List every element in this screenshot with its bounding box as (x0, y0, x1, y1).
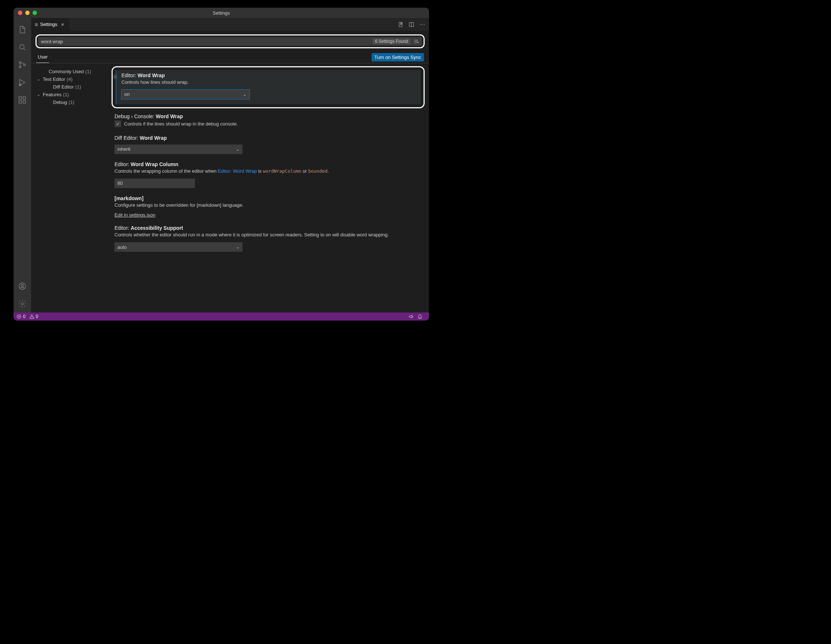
body-row: ≡ Settings × ··· (14, 18, 429, 312)
accounts-icon[interactable] (14, 277, 31, 295)
setting-description: Controls how lines should wrap. (121, 79, 417, 86)
diff-editor-wrap-select[interactable]: inherit ⌄ (115, 145, 242, 154)
setting-title: [markdown] (115, 195, 423, 201)
titlebar: Settings (14, 8, 429, 18)
settings-found-badge: 6 Settings Found (373, 38, 411, 44)
settings-search-row: 6 Settings Found (38, 37, 422, 46)
tab-label: Settings (40, 22, 57, 27)
status-notifications[interactable] (417, 314, 422, 319)
svg-point-3 (24, 64, 25, 66)
settings-scope-row: User Turn on Settings Sync (31, 52, 429, 63)
toc-diff-editor[interactable]: Diff Editor (1) (42, 83, 109, 91)
warning-icon (29, 314, 34, 319)
app-window: Settings (14, 8, 429, 320)
setting-word-wrap-column: Editor: Word Wrap Column Controls the wr… (109, 159, 427, 193)
search-icon[interactable] (14, 38, 31, 56)
editor-area: ≡ Settings × ··· (31, 18, 429, 312)
tab-settings[interactable]: ≡ Settings × (31, 18, 70, 31)
setting-description: Controls whether the editor should run i… (115, 232, 423, 239)
svg-point-11 (21, 303, 24, 305)
svg-rect-7 (23, 100, 25, 103)
status-feedback[interactable] (409, 314, 414, 319)
setting-accessibility-support: Editor: Accessibility Support Controls w… (109, 223, 427, 257)
settings-search-input[interactable] (41, 39, 373, 44)
setting-debug-console-word-wrap: Debug › Console: Word Wrap ✓ Controls if… (109, 111, 427, 133)
status-errors[interactable]: 0 (16, 314, 25, 319)
svg-rect-5 (19, 97, 22, 99)
settings-toc: Commonly Used (1) ⌄ Text Editor (4) Diff… (33, 66, 109, 312)
setting-description: Controls if the lines should wrap in the… (124, 121, 238, 128)
manage-gear-icon[interactable] (14, 295, 31, 312)
svg-rect-6 (19, 100, 22, 103)
source-control-icon[interactable] (14, 56, 31, 73)
filter-icon[interactable] (413, 38, 419, 44)
setting-title: Debug › Console: Word Wrap (115, 113, 423, 119)
word-wrap-select[interactable]: on ⌄ (121, 90, 250, 99)
list-icon: ≡ (35, 21, 38, 27)
error-icon (16, 314, 22, 319)
setting-title: Diff Editor: Word Wrap (115, 135, 423, 141)
run-debug-icon[interactable] (14, 73, 31, 91)
minimize-window-button[interactable] (25, 11, 30, 15)
setting-title: Editor: Word Wrap (121, 72, 417, 78)
svg-point-13 (114, 76, 116, 78)
explorer-icon[interactable] (14, 21, 31, 38)
setting-description: Controls the wrapping column of the edit… (115, 168, 423, 175)
status-warnings[interactable]: 0 (29, 314, 38, 319)
setting-markdown-language: [markdown] Configure settings to be over… (109, 193, 427, 223)
open-settings-json-icon[interactable] (398, 22, 403, 27)
setting-editor-word-wrap: Editor: Word Wrap Controls how lines sho… (116, 70, 420, 104)
scope-user-tab[interactable]: User (36, 52, 49, 63)
window-controls (18, 11, 37, 15)
chevron-down-icon: ⌄ (243, 92, 247, 97)
close-window-button[interactable] (18, 11, 22, 15)
settings-columns: Commonly Used (1) ⌄ Text Editor (4) Diff… (31, 63, 429, 312)
chevron-down-icon: ⌄ (37, 92, 41, 97)
svg-point-2 (19, 66, 21, 68)
setting-title: Editor: Accessibility Support (115, 225, 423, 231)
split-editor-icon[interactable] (409, 22, 414, 27)
tabbar: ≡ Settings × ··· (31, 18, 429, 31)
toc-features[interactable]: ⌄ Features (1) (42, 91, 109, 99)
chevron-down-icon: ⌄ (236, 244, 240, 250)
editor-word-wrap-link[interactable]: Editor: Word Wrap (218, 168, 257, 174)
toc-text-editor[interactable]: ⌄ Text Editor (4) (42, 75, 109, 83)
accessibility-support-select[interactable]: auto ⌄ (115, 242, 242, 252)
tabbar-actions: ··· (398, 18, 429, 31)
bell-icon (417, 314, 422, 319)
settings-sync-button[interactable]: Turn on Settings Sync (372, 53, 424, 62)
toc-debug[interactable]: Debug (1) (42, 99, 109, 106)
statusbar: 0 0 (14, 312, 429, 320)
extensions-icon[interactable] (14, 91, 31, 109)
edit-in-settings-json-link[interactable]: Edit in settings.json (115, 212, 156, 218)
svg-rect-8 (23, 97, 25, 99)
settings-editor: 6 Settings Found User Turn on Settings S… (31, 31, 429, 312)
window-title: Settings (213, 10, 230, 16)
debug-console-wrap-checkbox[interactable]: ✓ (115, 120, 121, 127)
svg-point-0 (20, 45, 24, 49)
setting-title: Editor: Word Wrap Column (115, 161, 423, 167)
word-wrap-column-input[interactable] (115, 179, 195, 188)
settings-list[interactable]: Editor: Word Wrap Controls how lines sho… (109, 66, 427, 312)
chevron-down-icon: ⌄ (37, 77, 41, 81)
more-actions-icon[interactable]: ··· (420, 21, 425, 28)
setting-gear-icon[interactable] (112, 74, 118, 81)
svg-point-1 (19, 62, 21, 64)
close-tab-icon[interactable]: × (60, 21, 66, 27)
svg-point-10 (21, 284, 24, 287)
chevron-down-icon: ⌄ (236, 147, 240, 152)
setting-description: Configure settings to be overridden for … (115, 202, 423, 209)
setting-highlight-box: Editor: Word Wrap Controls how lines sho… (111, 66, 425, 108)
toc-commonly-used[interactable]: Commonly Used (1) (42, 68, 109, 75)
setting-diff-editor-word-wrap: Diff Editor: Word Wrap inherit ⌄ (109, 133, 427, 159)
search-highlight-box: 6 Settings Found (35, 34, 425, 48)
activity-bar (14, 18, 31, 312)
megaphone-icon (409, 314, 414, 319)
maximize-window-button[interactable] (33, 11, 37, 15)
